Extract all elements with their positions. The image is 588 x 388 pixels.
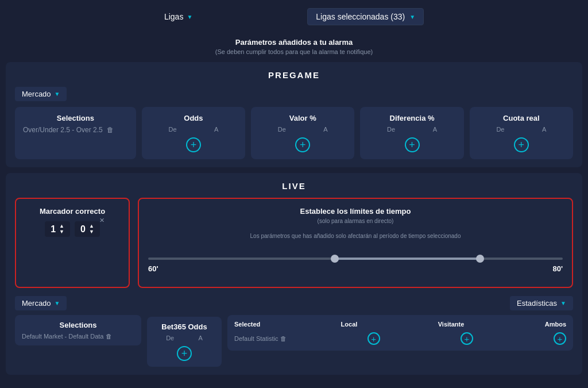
selections-delete-icon[interactable]: 🗑 bbox=[107, 126, 114, 134]
pregame-cuota-add-button[interactable]: + bbox=[514, 137, 529, 152]
stats-visitante-add-button[interactable]: + bbox=[461, 332, 473, 345]
stats-content-row: Default Statistic 🗑 + + + bbox=[234, 332, 566, 345]
pregame-diferencia-card: Diferencia % De A + bbox=[360, 107, 463, 159]
live-bet365-de-label: De bbox=[166, 335, 174, 341]
score2-up-button[interactable]: ▲ bbox=[89, 224, 94, 229]
pregame-odds-a-label: A bbox=[214, 126, 218, 133]
slider-thumb-right[interactable] bbox=[476, 255, 484, 263]
estadisticas-row: Estadísticas ▼ bbox=[227, 296, 573, 310]
pregame-valor-title: Valor % bbox=[259, 114, 346, 122]
stats-local-label: Local bbox=[341, 321, 358, 328]
time-subtitle1: (solo para alarmas en directo) bbox=[148, 217, 563, 225]
params-title: Parámetros añadidos a tu alarma bbox=[11, 38, 577, 47]
ligas-seleccionadas-dropdown[interactable]: Ligas seleccionadas (33) ▼ bbox=[307, 8, 424, 25]
pregame-diferencia-de-a: De A bbox=[368, 126, 455, 133]
live-bet365-card: Bet365 Odds De A + bbox=[147, 317, 222, 367]
time-subtitle2: Los parámetros que has añadido solo afec… bbox=[148, 232, 563, 240]
marcador-title: Marcador correcto bbox=[40, 207, 105, 216]
pregame-cuota-card: Cuota real De A + bbox=[470, 107, 573, 159]
pregame-mercado-dropdown[interactable]: Mercado ▼ bbox=[15, 87, 67, 101]
pregame-cuota-de-a: De A bbox=[478, 126, 565, 133]
live-mercado-label: Mercado bbox=[22, 299, 51, 308]
stats-header-row: Selected Local Visitante Ambos bbox=[234, 321, 566, 328]
time-limits-box: Establece los límites de tiempo (solo pa… bbox=[138, 198, 573, 288]
live-bet365-a-label: A bbox=[199, 335, 203, 341]
pregame-selections-value: Over/Under 2.5 - Over 2.5 🗑 bbox=[23, 126, 128, 134]
live-selections-title: Selections bbox=[22, 321, 134, 329]
pregame-valor-de-label: De bbox=[278, 126, 286, 133]
stats-local-add-button[interactable]: + bbox=[368, 332, 380, 345]
pregame-valor-de-a: De A bbox=[259, 126, 346, 133]
score1-value: 1 bbox=[51, 224, 56, 235]
pregame-diferencia-title: Diferencia % bbox=[368, 114, 455, 122]
params-header: Parámetros añadidos a tu alarma (Se debe… bbox=[0, 33, 588, 62]
ligas-dropdown[interactable]: Ligas ▼ bbox=[164, 12, 192, 21]
pregame-cards-row: Selections Over/Under 2.5 - Over 2.5 🗑 O… bbox=[15, 107, 573, 159]
pregame-valor-add-button[interactable]: + bbox=[295, 137, 310, 152]
score1-down-button[interactable]: ▼ bbox=[59, 229, 64, 235]
score2-down-button[interactable]: ▼ bbox=[89, 229, 94, 235]
slider-labels: 60' 80' bbox=[148, 264, 563, 273]
top-navigation: Ligas ▼ Ligas seleccionadas (33) ▼ bbox=[0, 0, 588, 33]
stats-ambos-label: Ambos bbox=[545, 321, 566, 328]
pregame-title: PREGAME bbox=[15, 70, 573, 80]
pregame-diferencia-a-label: A bbox=[433, 126, 437, 133]
score-inputs: 1 ▲ ▼ 0 ▲ ▼ ✕ bbox=[45, 221, 100, 237]
live-bottom-row: Mercado ▼ Selections Default Market - De… bbox=[15, 296, 573, 367]
pregame-cuota-de-label: De bbox=[496, 126, 504, 133]
pregame-odds-card: Odds De A + bbox=[142, 107, 245, 159]
estadisticas-arrow-icon: ▼ bbox=[560, 300, 566, 306]
live-stats-card: Selected Local Visitante Ambos Default S… bbox=[227, 315, 573, 351]
default-statistic-label: Default Statistic bbox=[234, 335, 278, 342]
marcador-box: Marcador correcto 1 ▲ ▼ 0 ▲ ▼ ✕ bbox=[15, 198, 130, 288]
pregame-selections-card: Selections Over/Under 2.5 - Over 2.5 🗑 bbox=[15, 107, 136, 159]
pregame-cuota-title: Cuota real bbox=[478, 114, 565, 122]
pregame-diferencia-add-button[interactable]: + bbox=[405, 137, 420, 152]
estadisticas-dropdown[interactable]: Estadísticas ▼ bbox=[510, 296, 573, 310]
pregame-valor-a-label: A bbox=[323, 126, 327, 133]
slider-thumb-left[interactable] bbox=[331, 255, 339, 263]
pregame-valor-card: Valor % De A + bbox=[251, 107, 354, 159]
pregame-mercado-row: Mercado ▼ bbox=[15, 87, 573, 101]
pregame-odds-add-button[interactable]: + bbox=[186, 137, 201, 152]
slider-track bbox=[148, 258, 563, 260]
pregame-cuota-a-label: A bbox=[542, 126, 546, 133]
live-section: LIVE Marcador correcto 1 ▲ ▼ 0 ▲ ▼ bbox=[6, 173, 582, 375]
stats-visitante-label: Visitante bbox=[438, 321, 465, 328]
live-bet365-add-button[interactable]: + bbox=[177, 346, 192, 361]
live-selections-card: Selections Default Market - Default Data… bbox=[15, 315, 141, 345]
live-mercado-arrow-icon: ▼ bbox=[55, 300, 60, 306]
slider-right-value: 80' bbox=[552, 264, 563, 273]
stats-delete-icon[interactable]: 🗑 bbox=[280, 335, 287, 342]
ligas-label: Ligas bbox=[164, 12, 183, 21]
pregame-odds-title: Odds bbox=[150, 114, 237, 122]
pregame-diferencia-de-label: De bbox=[387, 126, 395, 133]
pregame-selections-title: Selections bbox=[23, 114, 128, 122]
marcador-close-icon[interactable]: ✕ bbox=[99, 217, 105, 224]
pregame-odds-de-label: De bbox=[168, 126, 176, 133]
ligas-seleccionadas-arrow-icon: ▼ bbox=[409, 14, 415, 20]
pregame-odds-de-a: De A bbox=[150, 126, 237, 133]
stats-ambos-add-button[interactable]: + bbox=[554, 332, 566, 345]
pregame-mercado-arrow-icon: ▼ bbox=[55, 91, 60, 97]
time-title: Establece los límites de tiempo bbox=[148, 207, 563, 216]
params-subtitle: (Se deben cumplir todos para que la alar… bbox=[11, 48, 577, 55]
live-bet365-title: Bet365 Odds bbox=[154, 322, 215, 331]
live-title: LIVE bbox=[15, 181, 573, 191]
live-selections-value: Default Market - Default Data bbox=[22, 333, 103, 340]
ligas-seleccionadas-label: Ligas seleccionadas (33) bbox=[316, 12, 405, 21]
slider-left-value: 60' bbox=[148, 264, 158, 273]
score1-arrows: ▲ ▼ bbox=[59, 224, 64, 235]
pregame-section: PREGAME Mercado ▼ Selections Over/Under … bbox=[6, 62, 582, 167]
score2-arrows: ▲ ▼ bbox=[89, 224, 94, 235]
estadisticas-label: Estadísticas bbox=[517, 299, 557, 308]
score1-up-button[interactable]: ▲ bbox=[59, 224, 64, 229]
live-mercado-dropdown[interactable]: Mercado ▼ bbox=[15, 296, 67, 310]
live-selections-delete-icon[interactable]: 🗑 bbox=[106, 333, 112, 340]
score1-spinner: 1 ▲ ▼ bbox=[45, 221, 70, 237]
time-slider[interactable]: 60' 80' bbox=[148, 247, 563, 279]
live-bet365-de-a: De A bbox=[154, 335, 215, 341]
stats-selected-label: Selected bbox=[234, 321, 260, 328]
live-bottom-left: Mercado ▼ Selections Default Market - De… bbox=[15, 296, 141, 367]
pregame-mercado-label: Mercado bbox=[22, 90, 51, 98]
